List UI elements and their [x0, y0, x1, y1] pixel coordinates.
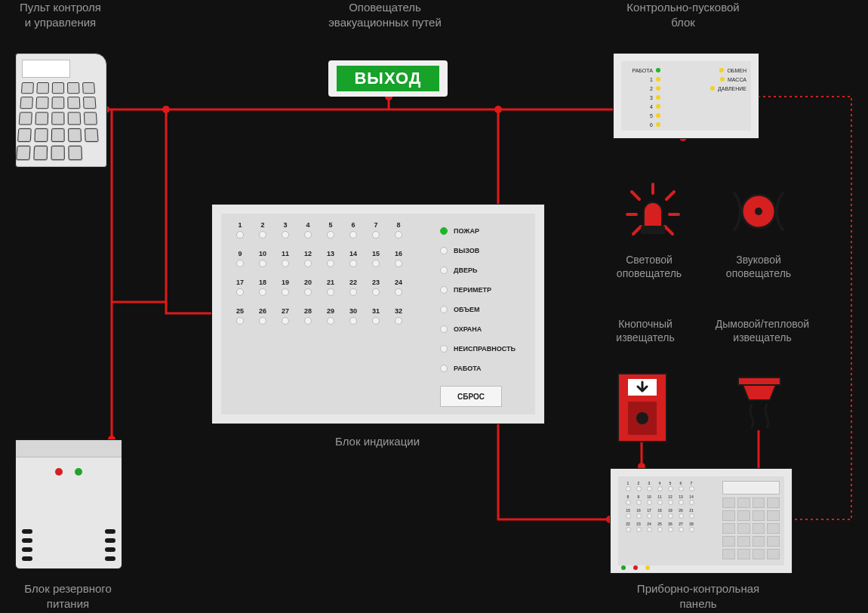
- zone-cell: 26: [251, 307, 274, 328]
- label-backup: Блок резервногопитания: [0, 581, 136, 611]
- zone-cell: 25: [229, 307, 251, 328]
- label-sound-alarm: Звуковойоповещатель: [709, 253, 808, 280]
- label-exit: Оповещательэвакуационных путей: [309, 0, 460, 29]
- control-lcd: [22, 60, 70, 78]
- zone-cell: 16: [387, 250, 410, 271]
- indication-status-list: ПОЖАРВЫЗОВДВЕРЬПЕРИМЕТРОБЪЕМОХРАНАНЕИСПР…: [440, 221, 528, 407]
- led-red: [55, 468, 63, 476]
- status-row: ДВЕРЬ: [440, 260, 528, 280]
- zone-cell: 7: [365, 221, 387, 242]
- zone-cell: 13: [319, 250, 342, 271]
- zone-cell: 20: [297, 279, 319, 300]
- label-callpoint: Кнопочныйизвещатель: [596, 317, 694, 344]
- zone-cell: 23: [365, 279, 387, 300]
- zone-cell: 32: [387, 307, 410, 328]
- label-ctrl-panel: Приборно-контрольнаяпанель: [604, 581, 793, 611]
- control-receiver-panel-device: 1234567891011121314151617181920212223242…: [610, 468, 793, 574]
- svg-line-14: [665, 226, 673, 234]
- zone-cell: 9: [229, 250, 251, 271]
- zone-cell: 24: [387, 279, 410, 300]
- trigger-block-device: РАБОТА ОБМЕН 1 МАССА 2 ДАВЛЕНИЕ 3 4 5: [613, 53, 759, 139]
- exit-sign: ВЫХОД: [328, 60, 448, 97]
- zone-cell: 1: [229, 221, 251, 242]
- ctrl-panel-keypad: [718, 476, 784, 565]
- zone-cell: 15: [365, 250, 387, 271]
- label-indication: Блок индикации: [321, 434, 434, 449]
- svg-point-3: [494, 106, 502, 113]
- svg-rect-18: [738, 377, 780, 385]
- zone-cell: 6: [342, 221, 365, 242]
- ctrl-panel-zone-grid: 1234567891011121314151617181920212223242…: [618, 476, 718, 565]
- zone-cell: 12: [297, 250, 319, 271]
- svg-line-10: [666, 192, 674, 199]
- callpoint-arrow-icon: [628, 379, 657, 396]
- sound-bell-icon: [717, 181, 800, 245]
- status-row: ПОЖАР: [440, 221, 528, 241]
- status-row: ВЫЗОВ: [440, 241, 528, 260]
- svg-line-9: [632, 192, 639, 199]
- exit-sign-text: ВЫХОД: [337, 66, 439, 91]
- control-keypad-device: [15, 53, 107, 168]
- indication-block-device: 1234567891011121314151617181920212223242…: [211, 204, 545, 424]
- led-green: [75, 468, 82, 476]
- status-row: РАБОТА: [440, 359, 528, 378]
- zone-cell: 28: [297, 307, 319, 328]
- zone-cell: 29: [319, 307, 342, 328]
- label-trigger: Контрольно-пусковойблок: [596, 0, 770, 29]
- status-row: НЕИСПРАВНОСТЬ: [440, 339, 528, 359]
- zone-cell: 17: [229, 279, 251, 300]
- zone-cell: 30: [342, 307, 365, 328]
- svg-line-13: [633, 226, 641, 234]
- status-row: ОХРАНА: [440, 319, 528, 339]
- control-keys: [16, 82, 104, 164]
- ctrl-panel-status-leds: [621, 565, 650, 570]
- zone-cell: 3: [274, 221, 297, 242]
- zone-cell: 5: [319, 221, 342, 242]
- smoke-detector-icon: [732, 374, 786, 432]
- zone-cell: 27: [274, 307, 297, 328]
- label-smoke: Дымовой/тепловойизвещатель: [702, 317, 823, 344]
- zone-cell: 11: [274, 250, 297, 271]
- zone-cell: 19: [274, 279, 297, 300]
- label-control: Пульт контроляи управления: [0, 0, 121, 29]
- svg-rect-15: [641, 226, 665, 234]
- zone-cell: 31: [365, 307, 387, 328]
- svg-point-17: [755, 208, 762, 215]
- zone-cell: 10: [251, 250, 274, 271]
- manual-callpoint-device: [617, 373, 667, 442]
- indication-zone-grid: 1234567891011121314151617181920212223242…: [229, 221, 425, 407]
- backup-power-leds: [16, 465, 122, 479]
- status-row: ПЕРИМЕТР: [440, 280, 528, 300]
- zone-cell: 14: [342, 250, 365, 271]
- callpoint-button: [628, 402, 657, 435]
- zone-cell: 4: [297, 221, 319, 242]
- zone-cell: 2: [251, 221, 274, 242]
- backup-power-device: [15, 439, 122, 569]
- reset-button[interactable]: СБРОС: [440, 386, 502, 407]
- zone-cell: 21: [319, 279, 342, 300]
- status-row: ОБЪЕМ: [440, 300, 528, 319]
- zone-cell: 18: [251, 279, 274, 300]
- svg-point-1: [162, 106, 170, 113]
- light-beacon-icon: [619, 181, 687, 245]
- zone-cell: 22: [342, 279, 365, 300]
- label-light-alarm: Световойоповещатель: [600, 253, 698, 280]
- zone-cell: 8: [387, 221, 410, 242]
